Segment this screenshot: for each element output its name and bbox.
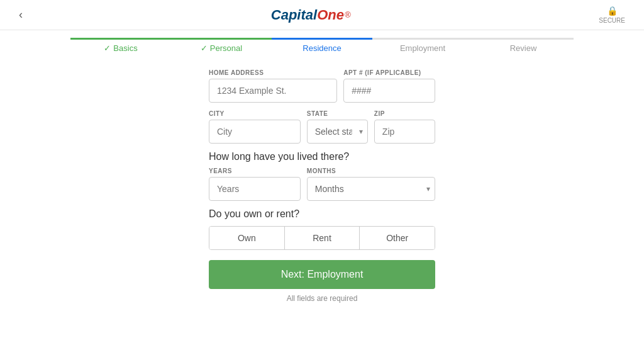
step-employment: Employment — [372, 38, 473, 53]
own-rent-question: Do you own or rent? — [209, 208, 435, 220]
logo: CapitalOne® — [271, 7, 351, 23]
step-label-employment: Employment — [400, 43, 445, 53]
step-personal: ✓Personal — [171, 38, 272, 53]
other-button[interactable]: Other — [360, 227, 435, 249]
years-input[interactable] — [209, 177, 301, 201]
months-select[interactable]: Months 0 1 2 3 4 5 6 7 8 9 10 11 — [307, 177, 435, 201]
step-bar-basics — [70, 38, 171, 40]
state-label: STATE — [307, 110, 368, 117]
step-residence[interactable]: Residence — [272, 38, 372, 53]
step-label-basics: ✓Basics — [104, 43, 137, 53]
step-basics: ✓Basics — [70, 38, 171, 53]
months-select-wrapper: Months 0 1 2 3 4 5 6 7 8 9 10 11 — [307, 177, 435, 201]
lived-question: How long have you lived there? — [209, 151, 435, 162]
years-months-row: YEARS MONTHS Months 0 1 2 3 4 5 6 7 — [209, 167, 435, 201]
step-bar-personal — [171, 38, 272, 40]
state-group: STATE Select state AL CA NY TX — [307, 110, 368, 144]
address-row: HOME ADDRESS APT # (if applicable) — [209, 69, 435, 103]
next-employment-button[interactable]: Next: Employment — [209, 260, 435, 289]
step-bar-residence — [272, 38, 372, 40]
logo-capital: Capital — [271, 7, 317, 23]
header: ‹ CapitalOne® 🔒 SECURE — [0, 0, 644, 30]
rent-button[interactable]: Rent — [285, 227, 360, 249]
own-button[interactable]: Own — [209, 227, 285, 249]
apt-label: APT # (if applicable) — [343, 69, 435, 76]
step-label-personal: ✓Personal — [201, 43, 242, 53]
logo-one: One — [317, 7, 344, 23]
city-state-zip-row: CITY STATE Select state AL CA NY TX ZIP — [209, 110, 435, 144]
apt-group: APT # (if applicable) — [343, 69, 435, 103]
state-select[interactable]: Select state AL CA NY TX — [307, 120, 368, 144]
home-address-label: HOME ADDRESS — [209, 69, 337, 76]
back-button[interactable]: ‹ — [19, 8, 23, 21]
main-content: HOME ADDRESS APT # (if applicable) CITY … — [0, 57, 644, 303]
step-label-residence: Residence — [303, 43, 341, 53]
home-address-group: HOME ADDRESS — [209, 69, 337, 103]
form-container: HOME ADDRESS APT # (if applicable) CITY … — [209, 69, 435, 303]
city-label: CITY — [209, 110, 301, 117]
city-group: CITY — [209, 110, 301, 144]
step-review: Review — [473, 38, 574, 53]
lock-icon: 🔒 — [607, 6, 618, 16]
zip-label: ZIP — [374, 110, 435, 117]
required-note: All fields are required — [209, 294, 435, 303]
city-input[interactable] — [209, 120, 301, 144]
months-label: MONTHS — [307, 167, 435, 174]
secure-indicator: 🔒 SECURE — [599, 6, 625, 24]
years-label: YEARS — [209, 167, 301, 174]
state-select-wrapper: Select state AL CA NY TX — [307, 120, 368, 144]
step-bar-employment — [372, 38, 473, 40]
home-address-input[interactable] — [209, 79, 337, 103]
years-group: YEARS — [209, 167, 301, 201]
step-label-review: Review — [510, 43, 537, 53]
logo-trademark: ® — [345, 10, 351, 20]
progress-stepper: ✓Basics ✓Personal Residence Employment R… — [0, 30, 644, 57]
secure-label: SECURE — [599, 17, 625, 24]
apt-input[interactable] — [343, 79, 435, 103]
months-group: MONTHS Months 0 1 2 3 4 5 6 7 8 9 10 — [307, 167, 435, 201]
ownership-toggle-group: Own Rent Other — [209, 226, 435, 250]
step-bar-review — [473, 38, 574, 40]
zip-group: ZIP — [374, 110, 435, 144]
zip-input[interactable] — [374, 120, 435, 144]
